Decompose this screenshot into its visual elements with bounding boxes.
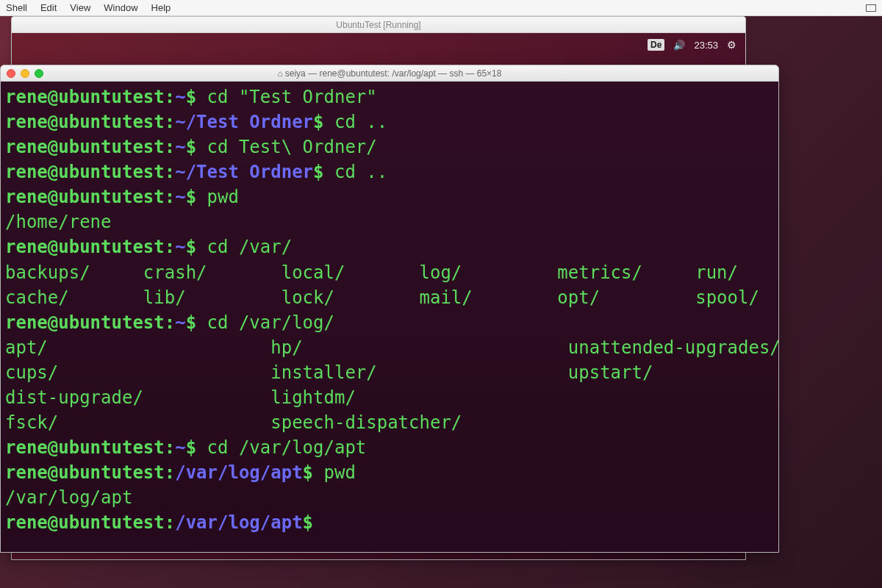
ubuntu-top-panel: De 23:53 (639, 36, 745, 54)
dir-listing: dist-upgrade/ lightdm/ (5, 387, 356, 408)
dir-listing: cache/ lib/ lock/ mail/ opt/ spool/ (5, 287, 759, 308)
prompt-path: ~ (175, 237, 185, 257)
terminal-line: cups/ installer/ upstart/ (5, 360, 774, 385)
settings-gear-icon[interactable] (727, 39, 736, 51)
prompt-userhost: rene@ubuntutest (5, 312, 165, 333)
terminal-line: fsck/ speech-dispatcher/ (5, 410, 774, 435)
volume-icon[interactable] (673, 40, 685, 51)
command-text: cd "Test Ordner" (207, 87, 377, 107)
command-text: pwd (324, 462, 356, 483)
command-text: cd .. (334, 112, 387, 132)
prompt-path: ~/Test Ordner (175, 162, 313, 182)
terminal-title-text: seiya — rene@ubuntutest: /var/log/apt — … (1, 68, 778, 79)
terminal-line: rene@ubuntutest:~$ pwd (5, 184, 774, 209)
menu-edit[interactable]: Edit (40, 2, 57, 13)
menu-help[interactable]: Help (151, 2, 171, 13)
output-text: /var/log/apt (5, 487, 132, 508)
terminal-line: rene@ubuntutest:/var/log/apt$ (5, 510, 774, 535)
terminal-titlebar[interactable]: seiya — rene@ubuntutest: /var/log/apt — … (1, 65, 778, 82)
mac-menubar: Shell Edit View Window Help (0, 0, 882, 16)
terminal-line: rene@ubuntutest:~$ cd Test\ Ordner/ (5, 135, 774, 159)
command-text: cd /var/log/ (207, 312, 334, 333)
terminal-line: cache/ lib/ lock/ mail/ opt/ spool/ (5, 285, 774, 310)
prompt-userhost: rene@ubuntutest (5, 137, 165, 157)
command-text: cd /var/log/apt (207, 437, 367, 458)
menu-window[interactable]: Window (104, 2, 137, 13)
keyboard-layout-indicator[interactable]: De (648, 39, 664, 51)
prompt-userhost: rene@ubuntutest (5, 437, 165, 458)
terminal-window: seiya — rene@ubuntutest: /var/log/apt — … (0, 65, 779, 553)
prompt-path: ~ (175, 312, 185, 333)
prompt-userhost: rene@ubuntutest (5, 112, 165, 132)
dir-listing: cups/ installer/ upstart/ (5, 362, 653, 383)
vm-title-text: UbuntuTest [Running] (336, 20, 420, 30)
close-button[interactable] (7, 69, 15, 78)
prompt-userhost: rene@ubuntutest (5, 237, 165, 257)
terminal-line: rene@ubuntutest:~$ cd /var/log/ (5, 310, 774, 335)
terminal-line: rene@ubuntutest:~$ cd "Test Ordner" (5, 85, 774, 110)
output-text: /home/rene (5, 212, 112, 232)
terminal-line: rene@ubuntutest:~$ cd /var/log/apt (5, 435, 774, 460)
terminal-line: rene@ubuntutest:~$ cd /var/ (5, 234, 774, 259)
terminal-line: apt/ hp/ unattended-upgrades/ (5, 335, 774, 360)
prompt-userhost: rene@ubuntutest (5, 187, 165, 207)
command-text: pwd (207, 187, 239, 207)
home-icon (278, 68, 285, 79)
zoom-button[interactable] (35, 69, 43, 78)
clock-text[interactable]: 23:53 (694, 40, 718, 51)
prompt-path: ~ (175, 137, 185, 157)
menu-view[interactable]: View (70, 2, 90, 13)
prompt-userhost: rene@ubuntutest (5, 462, 165, 483)
prompt-path: ~/Test Ordner (175, 112, 313, 132)
prompt-path: /var/log/apt (175, 512, 302, 533)
traffic-lights (7, 69, 43, 78)
terminal-line: /home/rene (5, 209, 774, 234)
terminal-line: rene@ubuntutest:/var/log/apt$ pwd (5, 460, 774, 485)
dir-listing: fsck/ speech-dispatcher/ (5, 412, 462, 433)
terminal-line: rene@ubuntutest:~/Test Ordner$ cd .. (5, 110, 774, 135)
prompt-path: ~ (175, 187, 185, 207)
prompt-userhost: rene@ubuntutest (5, 162, 165, 182)
minimize-button[interactable] (21, 69, 29, 78)
prompt-userhost: rene@ubuntutest (5, 512, 165, 533)
menubar-right-icon[interactable] (866, 4, 876, 12)
command-text: cd /var/ (207, 237, 293, 257)
terminal-line: backups/ crash/ local/ log/ metrics/ run… (5, 260, 774, 285)
prompt-path: ~ (175, 437, 185, 458)
vm-titlebar[interactable]: UbuntuTest [Running] (12, 17, 745, 33)
menu-shell[interactable]: Shell (6, 2, 27, 13)
prompt-userhost: rene@ubuntutest (5, 87, 165, 107)
terminal-body[interactable]: rene@ubuntutest:~$ cd "Test Ordner"rene@… (1, 82, 778, 552)
prompt-path: ~ (175, 87, 185, 107)
dir-listing: backups/ crash/ local/ log/ metrics/ run… (5, 262, 779, 283)
command-text: cd .. (334, 162, 387, 182)
prompt-path: /var/log/apt (175, 462, 302, 483)
command-text: cd Test\ Ordner/ (207, 137, 377, 157)
terminal-line: /var/log/apt (5, 485, 774, 510)
dir-listing: apt/ hp/ unattended-upgrades/ (5, 337, 779, 358)
terminal-line: dist-upgrade/ lightdm/ (5, 385, 774, 410)
terminal-line: rene@ubuntutest:~/Test Ordner$ cd .. (5, 159, 774, 184)
